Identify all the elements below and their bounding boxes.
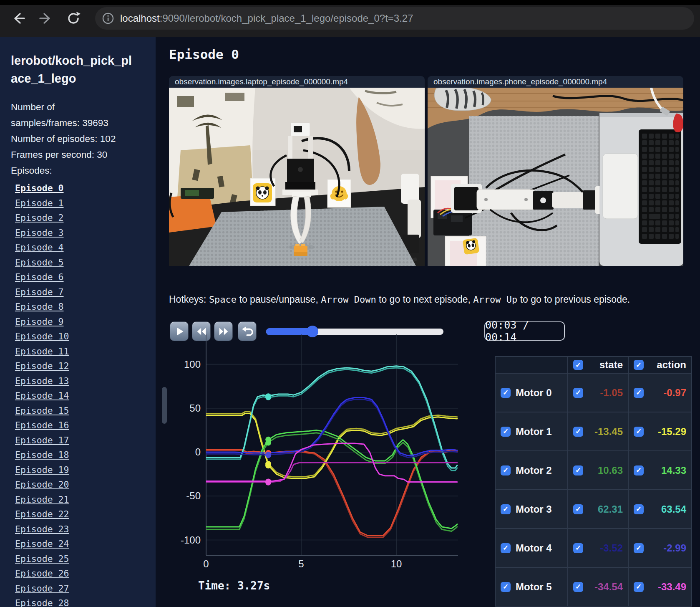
motor-action-checkbox[interactable]: ✓: [634, 582, 644, 592]
svg-text:-100: -100: [181, 534, 201, 546]
motor-label: Motor 4: [516, 542, 552, 554]
motor-row-checkbox[interactable]: ✓: [501, 582, 511, 592]
sidebar-episode-link[interactable]: Episode 17: [15, 433, 69, 448]
sidebar-episode-link[interactable]: Episode 2: [15, 210, 69, 225]
motor-state-cell: ✓62.31: [568, 490, 628, 529]
motor-action-cell: ✓-15.29: [628, 412, 692, 451]
motor-name-cell: ✓Motor 4: [495, 529, 568, 567]
sidebar-episode-link[interactable]: Episode 4: [15, 240, 69, 255]
sidebar-episode-link[interactable]: Episode 14: [15, 388, 69, 403]
browser-chrome: localhost:9090/lerobot/koch_pick_place_1…: [0, 0, 700, 37]
browser-forward-icon[interactable]: [38, 10, 54, 27]
motor-action-checkbox[interactable]: ✓: [634, 427, 644, 437]
motor-table-header: ✓ state ✓ action: [495, 357, 692, 373]
motor-action-value: -15.29: [644, 426, 686, 438]
sidebar-episode-link[interactable]: Episode 11: [15, 344, 69, 359]
motor-action-value: -2.99: [644, 542, 686, 554]
motor-action-checkbox[interactable]: ✓: [634, 504, 644, 514]
motor-action-checkbox[interactable]: ✓: [634, 465, 644, 475]
video-frame-laptop[interactable]: [169, 88, 425, 266]
sidebar-episode-link[interactable]: Episode 1: [15, 196, 69, 211]
motor-action-value: -33.49: [644, 581, 686, 593]
motor-label: Motor 1: [516, 426, 552, 438]
sidebar-episode-link[interactable]: Episode 12: [15, 359, 69, 374]
sidebar-episode-link[interactable]: Episode 19: [15, 463, 69, 478]
hotkeys-segment: Hotkeys:: [169, 294, 209, 305]
svg-text:50: 50: [189, 402, 201, 414]
motor-state-cell: ✓10.63: [568, 451, 628, 490]
motor-row-checkbox[interactable]: ✓: [501, 504, 511, 514]
motor-table-row: ✓Motor 3✓62.31✓63.54: [495, 490, 692, 529]
header-action-cell: ✓ action: [628, 357, 692, 373]
motor-table-body: ✓Motor 0✓-1.05✓-0.97✓Motor 1✓-13.45✓-15.…: [495, 373, 692, 606]
laptop-topdown: [599, 113, 683, 266]
sidebar-episode-link[interactable]: Episode 15: [15, 403, 69, 418]
motor-name-cell: ✓Motor 0: [495, 373, 568, 412]
browser-reload-icon[interactable]: [65, 10, 82, 27]
motor-row-checkbox[interactable]: ✓: [501, 388, 511, 398]
browser-back-icon[interactable]: [10, 10, 27, 27]
sidebar-episode-link[interactable]: Episode 23: [15, 522, 69, 537]
sidebar-episode-link[interactable]: Episode 9: [15, 314, 69, 329]
motor-state-checkbox[interactable]: ✓: [573, 465, 583, 475]
sidebar-episode-link[interactable]: Episode 24: [15, 536, 69, 551]
svg-text:10: 10: [391, 558, 402, 569]
sidebar-episode-link[interactable]: Episode 22: [15, 507, 69, 522]
video-title-phone: observation.images.phone_episode_000000.…: [428, 76, 683, 88]
sidebar-episode-link[interactable]: Episode 7: [15, 285, 69, 300]
motor-row-checkbox[interactable]: ✓: [501, 543, 511, 553]
sidebar-episode-link[interactable]: Episode 3: [15, 225, 69, 240]
site-info-icon[interactable]: [102, 12, 114, 25]
sidebar-episode-link[interactable]: Episode 20: [15, 477, 69, 492]
motor-state-checkbox[interactable]: ✓: [573, 427, 583, 437]
sidebar-episode-link[interactable]: Episode 8: [15, 299, 69, 314]
action-column-checkbox[interactable]: ✓: [634, 360, 644, 370]
sidebar-episode-link[interactable]: Episode 26: [15, 566, 69, 581]
sidebar-episode-link[interactable]: Episode 0: [15, 181, 69, 196]
sidebar-episode-link[interactable]: Episode 18: [15, 448, 69, 463]
motor-state-value: -13.45: [583, 426, 623, 438]
page-title: Episode 0: [169, 47, 239, 62]
time-display: 00:03 / 00:14: [484, 321, 565, 341]
motor-state-cell: ✓-3.52: [568, 529, 628, 567]
sidebar-episode-link[interactable]: Episode 28: [15, 596, 69, 607]
motor-state-checkbox[interactable]: ✓: [573, 504, 583, 514]
sidebar-episode-link[interactable]: Episode 25: [15, 551, 69, 567]
motor-state-checkbox[interactable]: ✓: [573, 543, 583, 553]
motor-state-checkbox[interactable]: ✓: [573, 388, 583, 398]
video-panel-phone: observation.images.phone_episode_000000.…: [428, 76, 683, 266]
sidebar-episode-link[interactable]: Episode 21: [15, 492, 69, 507]
url-text[interactable]: localhost:9090/lerobot/koch_pick_place_1…: [120, 13, 413, 24]
motor-table: ✓ state ✓ action ✓Motor 0✓-1.05✓-0.97✓Mo…: [495, 356, 692, 607]
video-frame-phone[interactable]: [428, 88, 683, 266]
url-bar[interactable]: localhost:9090/lerobot/koch_pick_place_1…: [95, 7, 694, 30]
motor-table-row: ✓Motor 1✓-13.45✓-15.29: [495, 412, 692, 451]
stat-episodes: Number of episodes: 102: [11, 131, 123, 147]
motor-state-checkbox[interactable]: ✓: [573, 582, 583, 592]
motor-row-checkbox[interactable]: ✓: [501, 465, 511, 475]
window-top-strip: [0, 0, 700, 5]
motor-state-value: 62.31: [583, 503, 623, 515]
motor-action-value: 63.54: [644, 503, 686, 515]
motor-state-cell: ✓-34.54: [568, 567, 628, 606]
sidebar-episode-link[interactable]: Episode 6: [15, 270, 69, 285]
motor-action-checkbox[interactable]: ✓: [634, 388, 644, 398]
sidebar-episode-link[interactable]: Episode 10: [15, 329, 69, 344]
svg-text:5: 5: [298, 558, 304, 569]
motor-row-checkbox[interactable]: ✓: [501, 427, 511, 437]
sidebar-episode-link[interactable]: Episode 27: [15, 581, 69, 596]
motor-action-checkbox[interactable]: ✓: [634, 543, 644, 553]
sidebar-episode-link[interactable]: Episode 5: [15, 255, 69, 270]
motor-label: Motor 2: [516, 465, 552, 476]
sidebar-episode-link[interactable]: Episode 13: [15, 374, 69, 389]
header-empty-cell: [495, 357, 568, 373]
chart-svg[interactable]: 100500-50-1000510: [169, 332, 459, 595]
box-open-2: [445, 236, 486, 266]
episode-list: Episode 0Episode 1Episode 2Episode 3Epis…: [15, 181, 69, 607]
scrollbar-thumb[interactable]: [162, 387, 167, 424]
motor-action-cell: ✓-0.97: [628, 373, 692, 412]
motor-action-value: -0.97: [644, 387, 686, 399]
sidebar-episode-link[interactable]: Episode 16: [15, 418, 69, 433]
state-column-checkbox[interactable]: ✓: [573, 360, 583, 370]
hotkeys-segment: Arrow Up: [473, 294, 517, 305]
